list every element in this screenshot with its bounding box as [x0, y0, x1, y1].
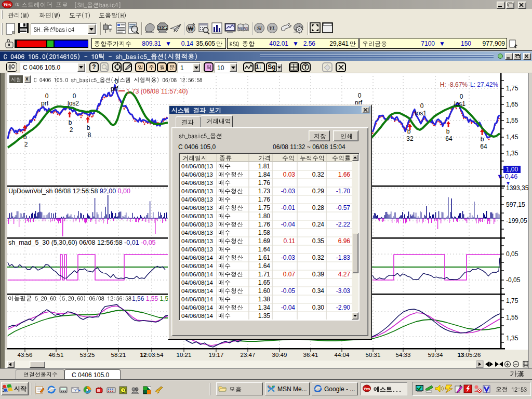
- svg-text:04/06/08(14: 04/06/08(14: [181, 255, 213, 261]
- svg-text:prf: prf: [41, 100, 49, 107]
- svg-text:04/06/08(14: 04/06/08(14: [181, 280, 213, 286]
- svg-text:0.29: 0.29: [312, 188, 325, 195]
- svg-text:0.03: 0.03: [283, 171, 296, 178]
- svg-text:0: 0: [45, 92, 49, 100]
- svg-text:-0.05: -0.05: [281, 287, 296, 295]
- svg-text:-0.03: -0.03: [281, 188, 296, 195]
- svg-text:1.64: 1.64: [258, 246, 271, 253]
- svg-text:04/06/08(13: 04/06/08(13: [181, 180, 213, 186]
- svg-text:1.64: 1.64: [258, 262, 271, 270]
- svg-text:-0.04: -0.04: [281, 304, 296, 311]
- svg-text:1.76: 1.76: [258, 196, 271, 203]
- svg-text:04/06/08(13: 04/06/08(13: [181, 163, 213, 169]
- svg-text:1.60: 1.60: [258, 287, 271, 295]
- svg-text:04/06/08(13: 04/06/08(13: [181, 230, 213, 236]
- svg-text:1.76: 1.76: [258, 221, 271, 228]
- svg-text:0.32: 0.32: [312, 171, 325, 178]
- svg-text:b: b: [481, 136, 484, 143]
- svg-text:04/06/08(14: 04/06/08(14: [181, 271, 213, 277]
- svg-text:1.38: 1.38: [258, 296, 271, 303]
- svg-text:4.27: 4.27: [338, 271, 351, 278]
- svg-text:2: 2: [24, 141, 28, 148]
- svg-text:0.32: 0.32: [312, 254, 325, 261]
- svg-text:-2.90: -2.90: [336, 304, 351, 311]
- svg-text:04/06/08(14: 04/06/08(14: [181, 304, 213, 311]
- svg-text:1.65: 1.65: [258, 279, 271, 286]
- svg-text:04/06/08(14: 04/06/08(14: [181, 288, 213, 294]
- svg-text:1.34: 1.34: [258, 304, 271, 311]
- svg-text:04/06/08(13: 04/06/08(13: [181, 238, 213, 244]
- svg-text:-0.01: -0.01: [281, 204, 296, 211]
- svg-text:1.66: 1.66: [338, 171, 351, 178]
- svg-text:0.30: 0.30: [312, 304, 325, 311]
- svg-text:04/06/08(14: 04/06/08(14: [181, 263, 213, 269]
- svg-text:b: b: [23, 134, 27, 141]
- svg-text:-2.22: -2.22: [336, 221, 351, 228]
- svg-text:1.73 (06/08 11:57:40): 1.73 (06/08 11:57:40): [126, 88, 188, 95]
- svg-text:b: b: [87, 124, 90, 131]
- svg-text:0.11: 0.11: [284, 237, 296, 245]
- svg-text:L: 27.42%: L: 27.42%: [470, 81, 498, 88]
- svg-text:-0.03: -0.03: [281, 254, 296, 261]
- svg-text:04/06/08(13: 04/06/08(13: [181, 188, 213, 194]
- svg-text:2: 2: [70, 126, 73, 134]
- svg-text:0: 0: [73, 92, 76, 100]
- svg-text:0.39: 0.39: [312, 271, 325, 278]
- svg-text:-0.04: -0.04: [281, 221, 296, 228]
- svg-text:0: 0: [460, 93, 463, 100]
- svg-text:64: 64: [480, 143, 487, 150]
- svg-text:1.75: 1.75: [258, 204, 271, 211]
- svg-text:1.73: 1.73: [258, 188, 271, 195]
- svg-text:1.81: 1.81: [258, 163, 271, 170]
- svg-text:1.80: 1.80: [258, 212, 271, 220]
- svg-text:0.24: 0.24: [312, 221, 325, 228]
- svg-text:0: 0: [358, 92, 362, 99]
- svg-text:Yes: Yes: [3, 2, 11, 7]
- svg-text:-1.83: -1.83: [336, 254, 351, 261]
- svg-text:STOP: STOP: [158, 26, 167, 30]
- svg-text:Yes: Yes: [363, 387, 370, 391]
- svg-text:los1: los1: [415, 110, 427, 117]
- svg-text:1.71: 1.71: [258, 271, 271, 278]
- svg-text:0.07: 0.07: [283, 271, 296, 278]
- svg-text:b: b: [446, 128, 450, 135]
- svg-text:1.35: 1.35: [258, 312, 271, 318]
- svg-text:04/06/08(13: 04/06/08(13: [181, 196, 213, 203]
- svg-text:04/06/08(13: 04/06/08(13: [181, 171, 213, 178]
- svg-text:04/06/08(13: 04/06/08(13: [181, 205, 213, 211]
- svg-text:-1.70: -1.70: [336, 188, 351, 195]
- svg-text:-0.57: -0.57: [336, 204, 351, 211]
- svg-text:H: -8.67%: H: -8.67%: [440, 81, 468, 88]
- svg-text:0.34: 0.34: [312, 287, 325, 295]
- svg-text:0.35: 0.35: [312, 237, 325, 245]
- svg-text:prf: prf: [111, 85, 118, 92]
- svg-text:1.76: 1.76: [258, 179, 271, 187]
- svg-text:0: 0: [420, 102, 424, 110]
- svg-text:YL: YL: [269, 25, 275, 31]
- svg-text:los1: los1: [454, 100, 466, 108]
- svg-text:los2: los2: [68, 100, 79, 107]
- svg-text:64: 64: [445, 135, 453, 142]
- svg-text:T: T: [304, 64, 307, 70]
- svg-text:04/06/08(14: 04/06/08(14: [181, 313, 213, 318]
- svg-text:04/06/08(13: 04/06/08(13: [181, 213, 213, 219]
- svg-text:Si: Si: [257, 25, 262, 31]
- svg-text:6.96: 6.96: [338, 237, 351, 245]
- svg-text:1.84: 1.84: [258, 171, 271, 178]
- svg-text:1.69: 1.69: [258, 237, 271, 245]
- svg-text:-3.03: -3.03: [336, 287, 351, 295]
- svg-text:NEWS: NEWS: [238, 26, 249, 30]
- svg-text:b: b: [407, 128, 411, 135]
- svg-text:8: 8: [88, 131, 91, 139]
- svg-text:1.58: 1.58: [258, 229, 271, 236]
- svg-text:04/06/08(13: 04/06/08(13: [181, 221, 213, 228]
- svg-text:04/06/08(14: 04/06/08(14: [181, 296, 213, 302]
- svg-text:₩: ₩: [188, 25, 194, 32]
- svg-text:b: b: [69, 119, 72, 126]
- svg-text:04/06/08(13: 04/06/08(13: [181, 246, 213, 252]
- svg-text:0.28: 0.28: [312, 204, 325, 211]
- svg-text:1.61: 1.61: [258, 254, 271, 261]
- svg-text:32: 32: [406, 135, 414, 142]
